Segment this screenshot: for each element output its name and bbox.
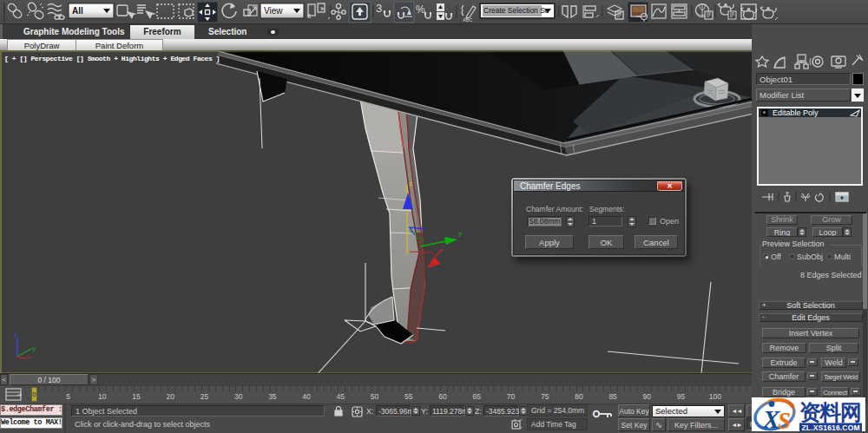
svg-text:ABC: ABC [463, 17, 472, 23]
svg-text:z: z [14, 331, 17, 338]
svg-text:ZL.XS1616.COM: ZL.XS1616.COM [802, 423, 860, 432]
svg-text:Create Selection Se: Create Selection Se [483, 6, 549, 15]
svg-text:S: S [778, 408, 791, 431]
svg-text:View: View [264, 6, 283, 16]
svg-text:3: 3 [376, 2, 382, 15]
svg-text:y: y [32, 344, 36, 352]
svg-text:%: % [416, 3, 425, 16]
svg-text:资料网: 资料网 [799, 400, 862, 424]
svg-text:z: z [409, 180, 412, 187]
svg-text:All: All [72, 6, 83, 16]
svg-text:y: y [458, 229, 462, 237]
